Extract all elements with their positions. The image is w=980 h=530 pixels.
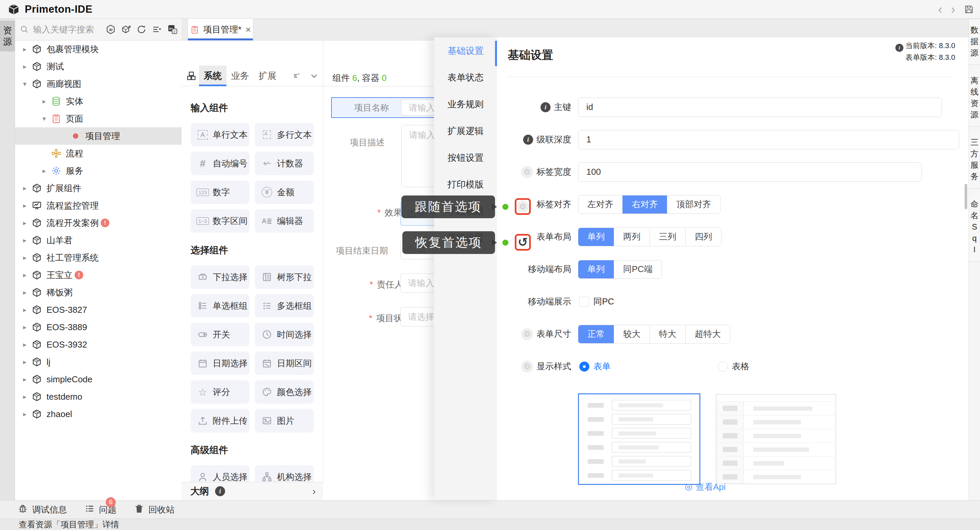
ai-icon[interactable]: AI [105, 24, 116, 35]
rail-tab-resources[interactable]: 资源 [0, 21, 15, 51]
tree-item-项目管理[interactable]: 项目管理 [15, 127, 181, 145]
segment-左对齐[interactable]: 左对齐 [578, 195, 622, 214]
tree-item-EOS-3827[interactable]: ▸EOS-3827 [15, 301, 181, 319]
palette-item-编辑器[interactable]: A≣编辑器 [255, 209, 314, 233]
segment-同PC端[interactable]: 同PC端 [614, 260, 662, 278]
palette-item-日期区间[interactable]: 日期区间 [255, 352, 314, 375]
palette-item-单行文本[interactable]: A单行文本 [191, 123, 250, 146]
palette-item-机构选择[interactable]: 机构选择 [255, 465, 314, 482]
segment-单列[interactable]: 单列 [578, 260, 614, 278]
dock-tab-三方服务[interactable]: 三方服务 [969, 131, 980, 189]
tree-expand-arrow[interactable]: ▸ [21, 323, 29, 331]
palette-item-颜色选择[interactable]: 颜色选择 [255, 380, 314, 404]
palette-item-金额[interactable]: ¥金额 [255, 181, 314, 204]
tree-item-EOS-3932[interactable]: ▸EOS-3932 [15, 336, 181, 353]
palette-item-数字[interactable]: 123数字 [191, 181, 250, 204]
settings-input-主键[interactable]: id [578, 98, 942, 117]
tree-expand-arrow[interactable]: ▸ [21, 358, 29, 366]
tree-expand-arrow[interactable]: ▸ [40, 167, 48, 175]
tree-collapse-arrow[interactable]: ▾ [21, 80, 29, 88]
tree-expand-arrow[interactable]: ▸ [21, 202, 29, 209]
palette-item-开关[interactable]: 开关 [191, 323, 250, 346]
tab-close-icon[interactable]: × [245, 24, 251, 35]
settings-menu-按钮设置[interactable]: 按钮设置 [434, 144, 497, 171]
tree-item-稀饭粥[interactable]: ▸稀饭粥 [15, 284, 181, 301]
tree-expand-arrow[interactable]: ▸ [21, 289, 29, 297]
segment-右对齐[interactable]: 右对齐 [622, 195, 667, 214]
radio-icon[interactable] [579, 362, 589, 371]
checkbox-同PC[interactable] [579, 297, 589, 307]
tree-item-实体[interactable]: ▸实体 [15, 92, 181, 110]
segment-顶部对齐[interactable]: 顶部对齐 [667, 195, 720, 214]
tree-item-包裹管理模块[interactable]: ▸包裹管理模块 [15, 40, 181, 58]
tree-item-画廊视图[interactable]: ▾画廊视图 [15, 75, 181, 92]
grid-view-icon[interactable] [186, 71, 196, 81]
segment-三列[interactable]: 三列 [649, 228, 685, 246]
palette-item-计数器[interactable]: +∕−计数器 [255, 152, 314, 175]
highlight-undo-icon[interactable]: ↺ [515, 234, 531, 251]
dock-tab-数据源[interactable]: 数据源 [969, 19, 980, 65]
radio-icon[interactable] [718, 362, 728, 371]
palette-item-时间选择[interactable]: 时间选择 [255, 323, 314, 346]
palette-item-评分[interactable]: ☆评分 [191, 380, 250, 404]
tree-expand-arrow[interactable]: ▸ [21, 62, 29, 70]
tree-expand-arrow[interactable]: ▸ [21, 410, 29, 418]
tree-item-zhaoel[interactable]: ▸zhaoel [15, 405, 181, 423]
nav-forward-icon[interactable]: › [951, 3, 955, 16]
tree-expand-arrow[interactable]: ▸ [21, 184, 29, 192]
highlight-gear-icon[interactable]: ⚙ [515, 198, 531, 215]
palette-tab-业务[interactable]: 业务 [226, 65, 254, 86]
radio-option-表格[interactable]: 表格 [718, 360, 749, 372]
tree-expand-arrow[interactable]: ▸ [21, 219, 29, 227]
tree-item-流程[interactable]: 流程 [15, 145, 181, 162]
tree-expand-arrow[interactable]: ▸ [21, 341, 29, 349]
palette-item-数字区间[interactable]: 1~3数字区间 [191, 209, 250, 233]
search-input[interactable]: 输入关键字搜索 [33, 24, 94, 35]
segment-特大[interactable]: 特大 [649, 325, 685, 343]
palette-tab-扩展[interactable]: 扩展 [254, 65, 281, 86]
outline-footer[interactable]: 大纲 i › [181, 482, 323, 500]
tree-item-流程监控管理[interactable]: ▸流程监控管理 [15, 197, 181, 214]
segment-四列[interactable]: 四列 [685, 228, 721, 246]
tree-item-山羊君[interactable]: ▸山羊君 [15, 232, 181, 249]
segment-两列[interactable]: 两列 [614, 228, 649, 246]
radio-option-表单[interactable]: 表单 [579, 360, 611, 372]
toolbar-调试信息[interactable]: 调试信息 [18, 503, 67, 516]
palette-tab-系统[interactable]: 系统 [199, 65, 226, 86]
palette-item-多选框组[interactable]: 多选框组 [255, 294, 314, 317]
palette-item-人员选择[interactable]: 人员选择 [191, 465, 250, 482]
settings-menu-扩展逻辑[interactable]: 扩展逻辑 [434, 117, 497, 144]
tree-item-王宝立[interactable]: ▸王宝立! [15, 267, 181, 284]
segment-超特大[interactable]: 超特大 [685, 325, 730, 343]
settings-menu-业务规则[interactable]: 业务规则 [434, 91, 497, 117]
chevron-down-icon[interactable] [310, 71, 318, 80]
view-api-link[interactable]: 查看Api [684, 481, 726, 493]
new-module-icon[interactable] [121, 24, 132, 35]
refresh-icon[interactable] [136, 24, 147, 35]
translate-icon[interactable]: En文 [167, 24, 178, 35]
gear-icon[interactable]: ⚙ [521, 328, 533, 340]
tree-item-流程开发案例[interactable]: ▸流程开发案例! [15, 214, 181, 232]
sort-list-icon[interactable] [151, 24, 162, 35]
palette-item-下拉选择[interactable]: 下拉选择 [191, 265, 250, 289]
palette-item-图片[interactable]: 图片 [255, 409, 314, 432]
segment-正常[interactable]: 正常 [578, 325, 614, 343]
tree-expand-arrow[interactable]: ▸ [21, 393, 29, 401]
settings-input-标签宽度[interactable]: 100 [578, 162, 922, 182]
tree-item-lj[interactable]: ▸lj [15, 353, 181, 371]
settings-menu-打印模版[interactable]: 打印模版 [434, 171, 497, 198]
settings-menu-表单状态[interactable]: 表单状态 [434, 64, 497, 91]
settings-menu-基础设置[interactable]: 基础设置 [434, 37, 497, 64]
table-style-preview[interactable] [716, 394, 836, 484]
tree-expand-arrow[interactable]: ▸ [21, 375, 29, 383]
settings-input-级联深度[interactable]: 1 [578, 130, 959, 149]
filter-icon[interactable] [292, 72, 301, 80]
tree-item-社工管理系统[interactable]: ▸社工管理系统 [15, 249, 181, 267]
gear-icon[interactable]: ⚙ [521, 360, 533, 373]
tree-item-扩展组件[interactable]: ▸扩展组件 [15, 179, 181, 197]
scrollbar-thumb[interactable] [965, 184, 967, 209]
palette-item-自动编号[interactable]: #自动编号 [191, 152, 250, 175]
tree-expand-arrow[interactable]: ▸ [21, 236, 29, 244]
segment-较大[interactable]: 较大 [614, 325, 649, 343]
palette-item-附件上传[interactable]: 附件上传 [191, 409, 250, 432]
